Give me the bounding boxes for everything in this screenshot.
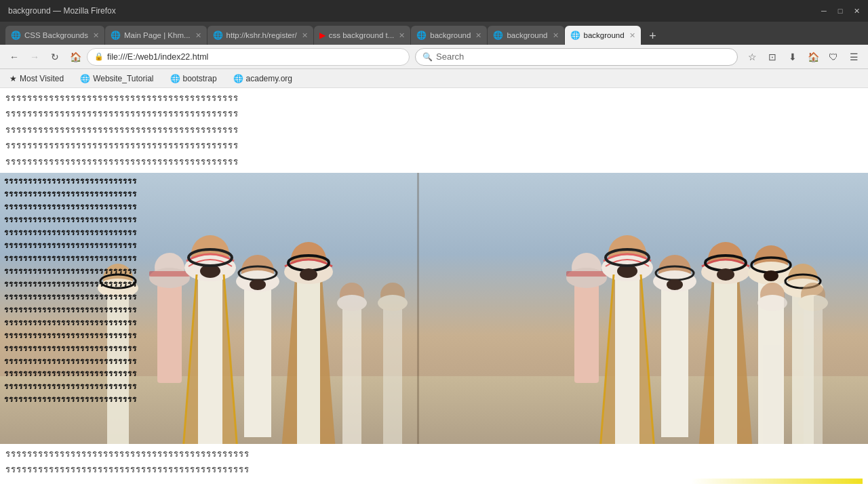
svg-rect-52 <box>107 293 129 444</box>
garbled-line: รรรรรรรรรรรรรรรรรรรรรรรรรรรรรรรรรรรรรรรร… <box>5 123 863 138</box>
menu-button[interactable]: ☰ <box>845 48 863 66</box>
svg-point-26 <box>566 268 607 288</box>
garbled-line: รรรรรรรรรรรรรรรรรรรรรรรรรรรรรรรรรรรรรรรร… <box>5 447 863 462</box>
new-tab-button[interactable]: + <box>644 27 662 45</box>
main-content: รรรรรรรรรรรรรรรรรรรรรรรรรรรรรรรรรรรรรรรร… <box>0 88 868 488</box>
search-placeholder: Search <box>436 52 464 62</box>
address-bar[interactable]: 🔒 file:///E:/web1/index22.html <box>87 48 410 66</box>
tab-icon: 🌐 <box>11 30 21 40</box>
tab-css-bg-tutorial[interactable]: ▶ css background t... ✕ <box>314 26 411 45</box>
bookmark-label: bootstrap <box>183 74 217 83</box>
tab-label: Main Page | Khm... <box>124 31 191 39</box>
address-text: file:///E:/web1/index22.html <box>107 52 402 62</box>
sync-button[interactable]: ⊡ <box>764 48 781 66</box>
tab-label: css background t... <box>329 31 395 39</box>
tab-background-1[interactable]: 🌐 background ✕ <box>411 26 487 45</box>
svg-rect-22 <box>417 173 419 444</box>
tab-label: http://kshr.h/register/ <box>226 31 297 39</box>
tab-close-button[interactable]: ✕ <box>553 31 559 40</box>
svg-point-47 <box>764 270 778 281</box>
tab-close-button[interactable]: ✕ <box>399 31 405 40</box>
tab-bar: 🌐 CSS Backgrounds ✕ 🌐 Main Page | Khm...… <box>0 22 868 45</box>
svg-rect-7 <box>198 274 222 444</box>
pocket-button[interactable]: 🛡 <box>825 48 842 66</box>
tab-background-3[interactable]: 🌐 background ✕ <box>565 26 641 45</box>
tab-close-button[interactable]: ✕ <box>629 31 635 40</box>
tab-icon: 🌐 <box>570 30 580 40</box>
tab-close-button[interactable]: ✕ <box>302 31 308 40</box>
bookmark-website-tutorial[interactable]: 🌐 Website_Tutorial <box>76 73 157 85</box>
bookmark-icon: 🌐 <box>80 74 90 83</box>
search-bar[interactable]: 🔍 Search <box>415 48 738 66</box>
tab-icon: ▶ <box>319 30 326 40</box>
svg-rect-12 <box>244 288 271 437</box>
bookmark-academy[interactable]: 🌐 academy.org <box>229 73 296 85</box>
bookmarks-bar: ★ Most Visited 🌐 Website_Tutorial 🌐 boot… <box>0 69 868 88</box>
tab-label: background <box>584 31 625 39</box>
home-button[interactable]: 🏠 <box>66 48 84 66</box>
garbled-line: รรรรรรรรรรรรรรรรรรรรรรรรรรรรรรรรรรรรรรรร… <box>5 155 863 170</box>
tab-close-button[interactable]: ✕ <box>93 31 99 40</box>
tab-close-button[interactable]: ✕ <box>475 31 481 40</box>
svg-point-5 <box>149 268 190 288</box>
forward-button[interactable]: → <box>26 48 43 66</box>
svg-rect-27 <box>566 271 607 277</box>
bookmarks-button[interactable]: ☆ <box>743 48 761 66</box>
maximize-button[interactable]: □ <box>834 5 846 17</box>
bookmark-bootstrap[interactable]: 🌐 bootstrap <box>166 73 221 85</box>
garbled-line: รรรรรรรรรรรรรรรรรรรรรรรรรรรรรรรรรรรรรรรร… <box>5 138 863 154</box>
scene-svg <box>0 173 868 444</box>
garbled-line: รรรรรรรรรรรรรรรรรรรรรรรรรรรรรรรรรรรรรรรร… <box>5 462 863 478</box>
nav-right-buttons: ☆ ⊡ ⬇ 🏠 🛡 ☰ <box>743 48 863 66</box>
svg-point-21 <box>300 268 317 281</box>
tab-label: CSS Backgrounds <box>24 31 88 39</box>
garbled-line: รรรรรรรรรรรรรรรรรรรรรรรรรรรรรรรรรรรรรรรร… <box>5 106 863 122</box>
title-bar: background — Mozilla Firefox ─ □ ✕ <box>0 0 868 22</box>
close-button[interactable]: ✕ <box>850 5 863 17</box>
svg-rect-28 <box>615 274 639 444</box>
search-icon: 🔍 <box>422 52 433 62</box>
svg-rect-56 <box>342 308 361 444</box>
bookmark-label: Website_Tutorial <box>93 74 153 83</box>
window-controls: ─ □ ✕ <box>818 5 863 17</box>
bookmark-icon: 🌐 <box>233 74 243 83</box>
lock-icon: 🔒 <box>94 52 104 61</box>
tab-icon: 🌐 <box>213 30 223 40</box>
bottom-text-section: รรรรรรรรรรรรรรรรรรรรรรรรรรรรรรรรรรรรรรรร… <box>0 444 868 487</box>
nav-bar: ← → ↻ 🏠 🔒 file:///E:/web1/index22.html 🔍… <box>0 45 868 69</box>
svg-rect-38 <box>714 278 737 444</box>
bookmark-label: academy.org <box>246 74 292 83</box>
svg-point-37 <box>667 279 683 290</box>
svg-point-67 <box>798 295 828 311</box>
svg-rect-59 <box>383 308 402 444</box>
svg-rect-33 <box>661 288 688 437</box>
garbled-line: รรรรรรรรรรรรรรรรรรรรรรรรรรรรรรรรรรรรรรรร… <box>5 91 863 106</box>
svg-rect-17 <box>297 278 320 444</box>
svg-rect-65 <box>804 308 823 444</box>
tab-register[interactable]: 🌐 http://kshr.h/register/ ✕ <box>208 26 313 45</box>
svg-point-58 <box>337 295 367 311</box>
minimize-button[interactable]: ─ <box>818 5 830 17</box>
bookmark-most-visited[interactable]: ★ Most Visited <box>5 73 68 85</box>
window-title: background — Mozilla Firefox <box>8 6 116 16</box>
tab-icon: 🌐 <box>493 30 503 40</box>
back-button[interactable]: ← <box>5 48 23 66</box>
svg-rect-3 <box>157 281 182 383</box>
svg-point-64 <box>757 295 787 311</box>
download-button[interactable]: ⬇ <box>784 48 802 66</box>
tab-background-2[interactable]: 🌐 background ✕ <box>488 26 564 45</box>
svg-rect-6 <box>149 271 190 277</box>
bookmark-icon: ★ <box>9 74 17 83</box>
tab-css-backgrounds[interactable]: 🌐 CSS Backgrounds ✕ <box>5 26 104 45</box>
tab-label: background <box>430 31 471 39</box>
svg-rect-62 <box>763 308 782 444</box>
svg-rect-24 <box>574 281 599 383</box>
scene-container: รรรรรรรรรรรรรรรรรรรรรรรรรรรร รรรรรรรรรรร… <box>0 173 868 444</box>
shield-icon[interactable]: 🏠 <box>804 48 822 66</box>
bookmark-icon: 🌐 <box>170 74 180 83</box>
tab-close-button[interactable]: ✕ <box>195 31 201 40</box>
reload-button[interactable]: ↻ <box>46 48 64 66</box>
tab-label: background <box>507 31 547 39</box>
tab-icon: 🌐 <box>111 30 121 40</box>
tab-main-page[interactable]: 🌐 Main Page | Khm... ✕ <box>105 26 207 45</box>
